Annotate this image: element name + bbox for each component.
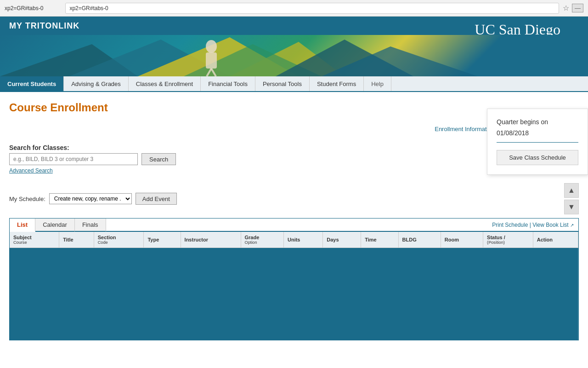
- schedule-section: My Schedule: Create new, copy, rename ..…: [9, 183, 579, 340]
- th-units: Units: [283, 232, 322, 248]
- svg-line-10: [211, 69, 216, 76]
- quarter-popup: Quarter begins on 01/08/2018 Save Class …: [487, 109, 588, 175]
- star-icon[interactable]: ☆: [563, 4, 569, 12]
- empty-cell: [10, 248, 578, 340]
- th-time: Time: [361, 232, 398, 248]
- th-bldg: BLDG: [398, 232, 441, 248]
- browser-url-text: xp2=GR#tabs-0: [5, 5, 43, 12]
- print-links: Print Schedule | View Book List ↗: [492, 222, 574, 228]
- my-schedule-row: My Schedule: Create new, copy, rename ..…: [9, 193, 177, 205]
- table-header-row: SubjectCourse Title SectionCode Type Ins…: [10, 232, 578, 248]
- schedule-table: SubjectCourse Title SectionCode Type Ins…: [10, 232, 578, 340]
- svg-rect-8: [206, 52, 217, 69]
- tab-calendar[interactable]: Calendar: [35, 218, 75, 232]
- enrollment-info-text: Enrollment Information: [435, 126, 495, 132]
- popup-date: 01/08/2018: [497, 129, 578, 143]
- th-section-code: SectionCode: [94, 232, 144, 248]
- th-status-position: Status /(Position): [483, 232, 533, 248]
- table-empty-row: [10, 248, 578, 340]
- popup-quarter-label: Quarter begins on: [497, 118, 578, 126]
- scroll-up-button[interactable]: ▲: [564, 183, 579, 198]
- site-logo: MY TRITONLINK: [9, 21, 79, 31]
- th-title: Title: [59, 232, 94, 248]
- my-schedule-label: My Schedule:: [9, 196, 45, 202]
- banner-svg: [0, 35, 478, 76]
- svg-point-7: [206, 40, 217, 53]
- main-content: Quarter begins on 01/08/2018 Save Class …: [0, 92, 588, 340]
- nav-item-advising[interactable]: Advising & Grades: [64, 76, 129, 91]
- view-book-list-link[interactable]: View Book List: [532, 222, 569, 228]
- minimize-icon[interactable]: —: [572, 4, 583, 12]
- browser-url-input[interactable]: [65, 3, 559, 14]
- th-action: Action: [533, 232, 578, 248]
- add-event-button[interactable]: Add Event: [136, 193, 177, 205]
- nav-item-help[interactable]: Help: [364, 76, 391, 91]
- th-instructor: Instructor: [181, 232, 241, 248]
- th-type: Type: [144, 232, 181, 248]
- th-grade-option: GradeOption: [241, 232, 283, 248]
- save-class-schedule-button[interactable]: Save Class Schedule: [497, 150, 578, 165]
- nav-item-forms[interactable]: Student Forms: [310, 76, 364, 91]
- search-input[interactable]: [9, 153, 138, 165]
- navigation-bar: Current Students Advising & Grades Class…: [0, 76, 588, 92]
- tab-spacer: Print Schedule | View Book List ↗: [106, 218, 578, 232]
- schedule-header-row: My Schedule: Create new, copy, rename ..…: [9, 183, 579, 214]
- site-header: MY TRITONLINK UC San Diego: [0, 17, 588, 76]
- scroll-arrows: ▲ ▼: [564, 183, 579, 214]
- tabs-row: List Calendar Finals Print Schedule | Vi…: [10, 218, 578, 232]
- scroll-down-button[interactable]: ▼: [564, 200, 579, 214]
- print-schedule-link[interactable]: Print Schedule: [492, 222, 528, 228]
- svg-line-9: [207, 69, 211, 76]
- browser-bar: xp2=GR#tabs-0 ☆ —: [0, 0, 588, 17]
- th-days: Days: [323, 232, 361, 248]
- nav-item-financial[interactable]: Financial Tools: [201, 76, 255, 91]
- browser-icons: ☆ —: [563, 4, 583, 12]
- search-button[interactable]: Search: [141, 153, 176, 165]
- th-room: Room: [441, 232, 483, 248]
- nav-item-personal[interactable]: Personal Tools: [255, 76, 310, 91]
- nav-item-classes[interactable]: Classes & Enrollment: [129, 76, 201, 91]
- header-top-bar: MY TRITONLINK UC San Diego: [0, 17, 588, 35]
- triton-figure: [198, 40, 225, 76]
- schedule-dropdown[interactable]: Create new, copy, rename ...: [49, 193, 132, 204]
- header-banner: [0, 35, 588, 76]
- tab-finals[interactable]: Finals: [75, 218, 106, 232]
- schedule-table-container: List Calendar Finals Print Schedule | Vi…: [9, 218, 579, 340]
- advanced-search-link[interactable]: Advanced Search: [9, 167, 53, 174]
- nav-item-current-students[interactable]: Current Students: [0, 76, 64, 91]
- external-icon-booklist: ↗: [570, 223, 574, 228]
- tab-list[interactable]: List: [10, 218, 35, 232]
- th-subject-course: SubjectCourse: [10, 232, 59, 248]
